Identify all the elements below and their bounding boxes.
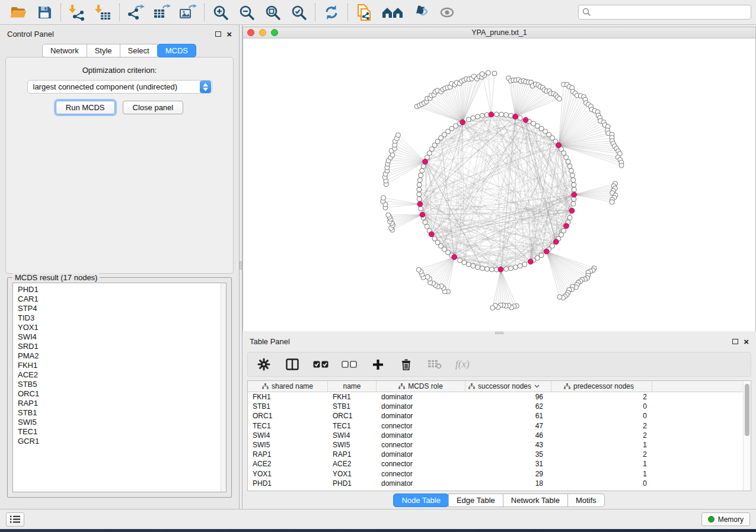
graph-node[interactable] bbox=[518, 116, 522, 120]
mcds-result-item[interactable]: SRD1 bbox=[18, 342, 226, 351]
graph-hub-node[interactable] bbox=[452, 255, 457, 260]
graph-node[interactable] bbox=[564, 155, 569, 160]
graph-node[interactable] bbox=[557, 294, 562, 299]
mcds-result-list[interactable]: PHD1CAR1STP4TID3YOX1SWI4SRD1PMA2FKH1ACE2… bbox=[12, 283, 227, 492]
graph-node[interactable] bbox=[492, 71, 497, 76]
tab-edge-table[interactable]: Edge Table bbox=[448, 493, 503, 507]
graph-node[interactable] bbox=[416, 267, 421, 272]
tab-select[interactable]: Select bbox=[120, 44, 158, 57]
run-mcds-button[interactable]: Run MCDS bbox=[56, 101, 115, 114]
mcds-result-item[interactable]: RAP1 bbox=[18, 399, 226, 408]
graph-node[interactable] bbox=[489, 267, 494, 272]
import-table-button[interactable] bbox=[94, 3, 113, 22]
graph-node[interactable] bbox=[466, 117, 471, 122]
graph-node[interactable] bbox=[386, 213, 391, 217]
import-network-button[interactable] bbox=[68, 3, 87, 22]
graph-node[interactable] bbox=[567, 164, 572, 169]
column-header-name[interactable]: name bbox=[328, 381, 377, 392]
graph-node[interactable] bbox=[486, 70, 490, 75]
search-input[interactable] bbox=[594, 8, 747, 17]
graph-hub-node[interactable] bbox=[569, 208, 575, 213]
graph-node[interactable] bbox=[499, 112, 504, 117]
column-header-shared-name[interactable]: shared name bbox=[248, 381, 328, 392]
close-panel-button[interactable]: Close panel bbox=[123, 101, 184, 114]
graph-hub-node[interactable] bbox=[564, 223, 569, 229]
mcds-result-item[interactable]: STP4 bbox=[18, 304, 226, 313]
tab-mcds[interactable]: MCDS bbox=[157, 44, 196, 57]
mcds-result-item[interactable]: ORC1 bbox=[18, 389, 226, 399]
node-table-body[interactable]: FKH1FKH1dominator962STB1STB1dominator620… bbox=[248, 392, 743, 491]
graph-node[interactable] bbox=[480, 113, 484, 118]
function-builder-button[interactable]: f(x) bbox=[455, 357, 470, 372]
delete-column-button[interactable] bbox=[398, 357, 414, 372]
mcds-result-item[interactable]: STB5 bbox=[18, 380, 226, 389]
graph-node[interactable] bbox=[571, 178, 576, 182]
column-header-mcds-role[interactable]: MCDS role bbox=[377, 381, 465, 392]
table-row[interactable]: FKH1FKH1dominator962 bbox=[248, 392, 743, 402]
graph-node[interactable] bbox=[619, 163, 624, 168]
delete-table-button[interactable] bbox=[427, 357, 442, 372]
select-all-columns-button[interactable] bbox=[313, 357, 328, 372]
graph-node[interactable] bbox=[417, 178, 422, 182]
graph-node[interactable] bbox=[417, 192, 422, 197]
mcds-result-item[interactable]: SWI4 bbox=[18, 332, 226, 342]
mcds-result-item[interactable]: ACE2 bbox=[18, 370, 226, 380]
tab-network[interactable]: Network bbox=[42, 44, 87, 57]
table-row[interactable]: TEC1TEC1connector472 bbox=[248, 421, 743, 431]
clone-network-button[interactable] bbox=[355, 3, 374, 22]
open-file-button[interactable] bbox=[9, 3, 28, 22]
table-row[interactable]: SWI5SWI5connector431 bbox=[248, 440, 743, 450]
graph-node[interactable] bbox=[466, 262, 471, 267]
show-column-panel-button[interactable] bbox=[285, 357, 300, 372]
memory-button[interactable]: Memory bbox=[701, 512, 750, 526]
graph-node[interactable] bbox=[495, 112, 499, 117]
graph-node[interactable] bbox=[557, 97, 562, 101]
show-panel-list-button[interactable] bbox=[6, 512, 24, 527]
graph-node[interactable] bbox=[610, 200, 614, 204]
graph-node[interactable] bbox=[480, 72, 484, 76]
graph-node[interactable] bbox=[395, 133, 400, 137]
table-row[interactable]: SWI4SWI4dominator462 bbox=[248, 431, 743, 440]
graph-hub-node[interactable] bbox=[420, 212, 425, 217]
graph-node[interactable] bbox=[421, 164, 426, 169]
graph-node[interactable] bbox=[504, 267, 509, 271]
graph-hub-node[interactable] bbox=[553, 239, 559, 245]
graph-node[interactable] bbox=[419, 173, 423, 178]
close-panel-icon[interactable]: × bbox=[744, 337, 749, 346]
float-panel-icon[interactable] bbox=[215, 31, 221, 37]
tab-motifs[interactable]: Motifs bbox=[567, 493, 605, 507]
mcds-result-item[interactable]: SWI5 bbox=[18, 418, 226, 427]
close-panel-icon[interactable]: × bbox=[227, 30, 232, 39]
mcds-result-item[interactable]: CAR1 bbox=[18, 294, 226, 304]
graph-node[interactable] bbox=[504, 113, 509, 117]
mcds-list-scrollbar[interactable] bbox=[221, 283, 226, 492]
mcds-result-item[interactable]: TEC1 bbox=[18, 427, 226, 437]
graph-node[interactable] bbox=[571, 201, 576, 206]
network-window-titlebar[interactable]: YPA_prune.txt_1 bbox=[243, 27, 755, 39]
graph-node[interactable] bbox=[518, 264, 522, 268]
graph-hub-node[interactable] bbox=[572, 192, 577, 197]
mcds-result-item[interactable]: PHD1 bbox=[18, 285, 226, 294]
export-image-button[interactable] bbox=[178, 3, 197, 22]
float-panel-icon[interactable] bbox=[732, 339, 738, 344]
graph-node[interactable] bbox=[417, 187, 422, 192]
search-box[interactable] bbox=[578, 5, 751, 20]
graph-node[interactable] bbox=[484, 267, 489, 271]
graph-node[interactable] bbox=[572, 182, 576, 187]
graph-hub-node[interactable] bbox=[460, 120, 465, 125]
graph-node[interactable] bbox=[570, 173, 575, 178]
graph-node[interactable] bbox=[476, 114, 480, 119]
graph-hub-node[interactable] bbox=[556, 143, 562, 148]
save-session-button[interactable] bbox=[35, 3, 54, 22]
graph-node[interactable] bbox=[480, 266, 484, 271]
table-row[interactable]: PHD1PHD1dominator180 bbox=[248, 479, 743, 488]
mcds-result-item[interactable]: TID3 bbox=[18, 313, 226, 323]
splitter-handle[interactable] bbox=[495, 332, 503, 334]
graph-node[interactable] bbox=[471, 116, 476, 120]
graph-node[interactable] bbox=[423, 220, 428, 225]
graph-hub-node[interactable] bbox=[417, 201, 423, 207]
graph-hub-node[interactable] bbox=[489, 112, 494, 117]
graph-node[interactable] bbox=[509, 113, 513, 118]
column-header-successor-nodes[interactable]: successor nodes bbox=[465, 381, 551, 392]
graph-node[interactable] bbox=[476, 265, 480, 270]
